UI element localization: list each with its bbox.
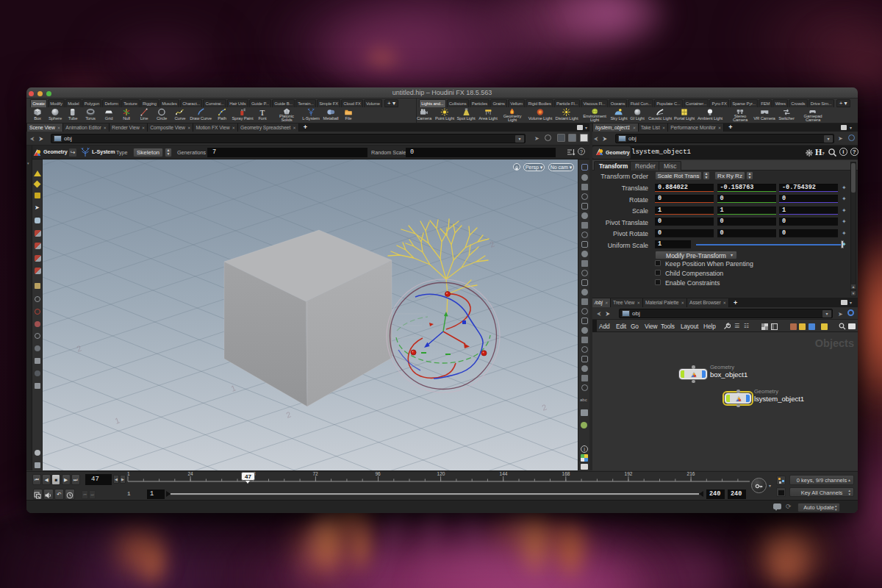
svg-text:1: 1 bbox=[127, 470, 130, 476]
svg-text:216: 216 bbox=[687, 470, 695, 476]
svg-text:168: 168 bbox=[562, 470, 570, 476]
svg-text:72: 72 bbox=[312, 470, 318, 476]
svg-text:120: 120 bbox=[437, 470, 445, 476]
svg-text:24: 24 bbox=[187, 470, 193, 476]
svg-text:96: 96 bbox=[375, 470, 381, 476]
svg-text:144: 144 bbox=[500, 470, 508, 476]
svg-text:192: 192 bbox=[625, 470, 633, 476]
